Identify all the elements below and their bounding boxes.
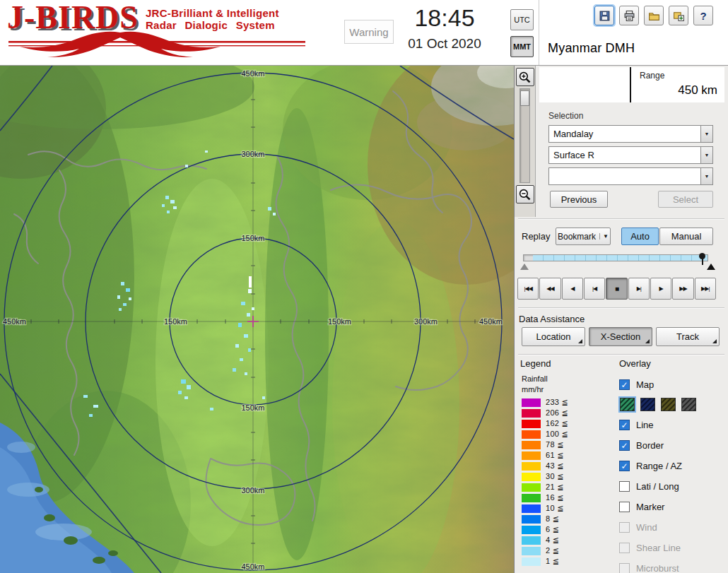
rewind-button[interactable]: ◀◀ (539, 278, 560, 300)
mmt-button[interactable]: MMT (510, 36, 534, 57)
product-dropdown-value: Surface R (549, 150, 700, 160)
help-button[interactable]: ? (693, 6, 713, 25)
slider-start-marker-icon[interactable] (520, 264, 529, 270)
playback-bar: |◀◀◀◀◀|◀■▶|▶▶▶▶▶| (517, 278, 716, 300)
map-style-navy[interactable] (640, 398, 655, 411)
legend-color-swatch (522, 398, 541, 407)
dropdown-corner-icon (578, 339, 582, 343)
header-divider (539, 0, 539, 65)
checkbox[interactable]: ✓ (619, 420, 630, 430)
site-dropdown-value: Mandalay (549, 129, 700, 139)
step-back-button[interactable]: |◀ (584, 278, 605, 300)
overlay-item-label: Line (636, 420, 654, 430)
stop-button[interactable]: ■ (606, 278, 627, 300)
checkbox[interactable] (619, 502, 630, 512)
location-button[interactable]: Location (522, 327, 585, 346)
overlay-item-range-az[interactable]: ✓Range / AZ (619, 456, 727, 476)
legend-row: 43 ≦ (522, 461, 615, 471)
select-button[interactable]: Select (658, 191, 713, 208)
button-label: Location (536, 331, 570, 342)
legend-value: 1 ≦ (546, 557, 559, 566)
jbirds-window: J-BIRDS JRC-Brilliant & Intelligent Rada… (0, 0, 728, 573)
legend-row: 78 ≦ (522, 439, 615, 450)
checkbox[interactable]: ✓ (619, 461, 630, 471)
map-style-swatches (619, 394, 727, 415)
overlay-item-line[interactable]: ✓Line (619, 415, 727, 435)
save-button[interactable] (594, 6, 614, 25)
option-dropdown[interactable]: ▼ (548, 167, 713, 185)
svg-text:300km: 300km (241, 486, 264, 495)
map-style-olive[interactable] (661, 398, 676, 411)
zoom-in-button[interactable] (516, 68, 534, 86)
track-button[interactable]: Track (656, 327, 720, 346)
slider-position-marker-icon[interactable] (707, 264, 715, 270)
legend-value: 10 ≦ (546, 504, 564, 513)
overlay-item-microburst: Microburst (619, 558, 727, 573)
svg-text:300km: 300km (241, 150, 264, 158)
zoom-slider-track[interactable] (519, 88, 530, 183)
replay-slider-pin[interactable] (699, 253, 705, 259)
previous-button[interactable]: Previous (550, 191, 608, 208)
bookmark-button[interactable]: Bookmark ▼ (556, 228, 611, 245)
legend-color-swatch (522, 430, 541, 439)
x-section-button[interactable]: X-Section (589, 327, 652, 346)
site-dropdown[interactable]: Mandalay ▼ (548, 125, 713, 143)
overlay-item-map[interactable]: ✓Map (619, 375, 727, 394)
zoom-out-button[interactable] (516, 185, 534, 203)
legend-value: 6 ≦ (546, 525, 559, 534)
warning-indicator: Warning (344, 20, 394, 44)
overlay-item-marker[interactable]: Marker (619, 497, 727, 517)
range-label: Range (640, 71, 717, 81)
logo-tagline-1: JRC-Brilliant & Intelligent (146, 7, 279, 19)
open-folder-icon (648, 10, 660, 22)
replay-slider-track[interactable] (523, 254, 708, 261)
skip-to-start-button[interactable]: |◀◀ (517, 278, 539, 300)
skip-to-end-button[interactable]: ▶▶| (695, 278, 716, 300)
map-style-green[interactable] (620, 398, 635, 411)
button-label: Track (676, 331, 699, 342)
legend-value: 8 ≦ (546, 514, 559, 524)
logo-tagline-2: Radar Dialogic System (146, 19, 279, 31)
legend-color-swatch (522, 526, 541, 534)
overlay-item-label: Range / AZ (636, 461, 682, 471)
replay-slider[interactable] (520, 251, 717, 269)
auto-mode-button[interactable]: Auto (621, 228, 659, 245)
product-dropdown[interactable]: Surface R ▼ (548, 146, 713, 164)
play-button[interactable]: ▶ (650, 278, 671, 300)
open-button[interactable] (644, 6, 664, 25)
zoom-slider-thumb[interactable] (520, 90, 529, 106)
data-assistance-label: Data Assistance (519, 314, 585, 324)
checkbox[interactable] (619, 481, 630, 492)
clock-time: 18:45 (389, 4, 500, 32)
svg-text:150km: 150km (241, 234, 264, 242)
legend-row: 8 ≦ (522, 514, 615, 524)
checkbox[interactable]: ✓ (619, 379, 630, 390)
dropdown-arrow-icon[interactable]: ▼ (700, 147, 712, 163)
legend-value: 61 ≦ (546, 451, 564, 460)
export-button[interactable] (669, 6, 688, 25)
dropdown-arrow-icon[interactable]: ▼ (700, 168, 712, 184)
step-forward-button[interactable]: ▶| (628, 278, 650, 300)
header: J-BIRDS JRC-Brilliant & Intelligent Rada… (0, 0, 728, 66)
radar-map[interactable]: 450km 300km 150km 150km 300km 450km 450k… (0, 66, 514, 573)
overlay-item-lati-long[interactable]: Lati / Long (619, 476, 727, 497)
utc-button[interactable]: UTC (510, 9, 534, 30)
play-reverse-button[interactable]: ◀ (562, 278, 583, 300)
overlay-label: Overlay (619, 358, 651, 369)
legend-color-swatch (522, 504, 541, 513)
legend-value: 100 ≦ (546, 430, 568, 439)
export-icon (673, 10, 685, 22)
map-style-gray[interactable] (681, 398, 696, 411)
print-button[interactable] (619, 6, 639, 25)
overlay-item-shear-line: Shear Line (619, 538, 727, 558)
fast-forward-button[interactable]: ▶▶ (672, 278, 693, 300)
manual-mode-button[interactable]: Manual (659, 228, 713, 245)
legend-row: 162 ≦ (522, 418, 615, 429)
checkbox[interactable]: ✓ (619, 440, 630, 451)
checkbox (619, 522, 630, 533)
dropdown-arrow-icon[interactable]: ▼ (700, 126, 712, 142)
range-value: 450 km (640, 83, 717, 98)
overlay-item-border[interactable]: ✓Border (619, 435, 727, 456)
app-logo: J-BIRDS JRC-Brilliant & Intelligent Rada… (7, 2, 339, 60)
timezone-toggle: UTC MMT (510, 9, 534, 57)
